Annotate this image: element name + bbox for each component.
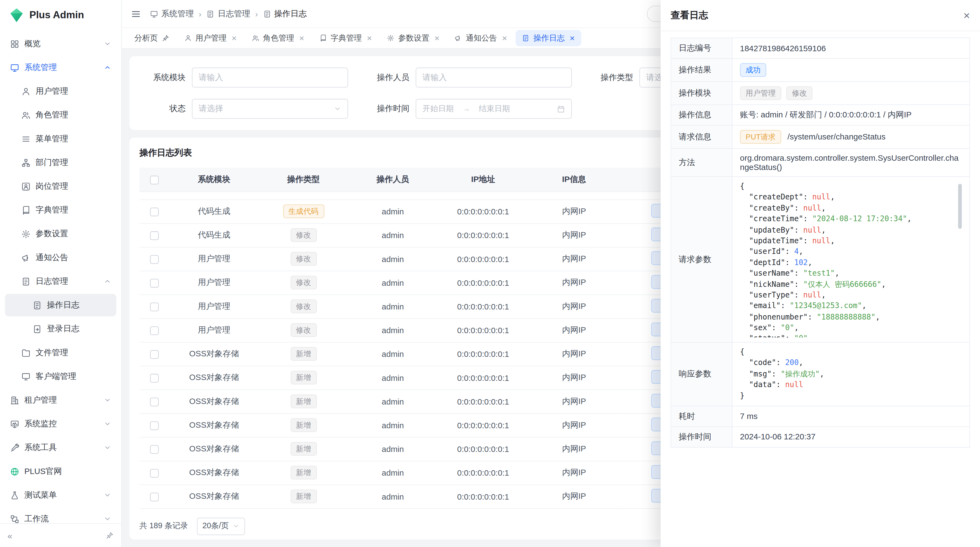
table-row[interactable]: 用户管理修改admin0:0:0:0:0:0:0:1内网IP: [139, 318, 712, 342]
hamburger-menu-icon[interactable]: [130, 8, 141, 19]
close-tab-icon[interactable]: ×: [502, 34, 507, 43]
sidebar-item-overview[interactable]: 概览: [5, 32, 116, 55]
row-checkbox[interactable]: [150, 350, 159, 359]
breadcrumb-item-log-management[interactable]: 日志管理: [206, 8, 250, 19]
filter-field-operation-time: 操作时间开始日期→结束日期: [363, 99, 572, 119]
chevron-down-icon: [334, 105, 341, 113]
sidebar-item-user-management[interactable]: 用户管理: [5, 80, 116, 103]
filter-select-status[interactable]: 请选择: [192, 99, 348, 119]
detail-row-9: 操作时间2024-10-06 12:20:37: [671, 427, 970, 447]
row-checkbox[interactable]: [150, 302, 159, 311]
row-checkbox[interactable]: [150, 326, 159, 335]
sidebar-item-menu-management[interactable]: 菜单管理: [5, 128, 116, 150]
table-row[interactable]: 代码生成修改admin0:0:0:0:0:0:0:1内网IP: [139, 223, 712, 247]
row-checkbox[interactable]: [150, 493, 159, 501]
tab-notice[interactable]: 通知公告×: [449, 30, 514, 46]
breadcrumb-item-operation-log[interactable]: 操作日志: [263, 8, 307, 19]
close-tab-icon[interactable]: ×: [299, 34, 304, 43]
detail-text: 7 ms: [740, 411, 757, 421]
breadcrumb-label: 日志管理: [218, 8, 250, 19]
table-body: 代码生成生成代码admin0:0:0:0:0:0:0:1内网IP代码生成修改ad…: [139, 191, 712, 508]
sidebar-item-role-management[interactable]: 角色管理: [5, 104, 116, 126]
sidebar-item-login-log[interactable]: 登录日志: [5, 317, 116, 340]
row-checkbox[interactable]: [150, 374, 159, 383]
table-row[interactable]: 代码生成生成代码admin0:0:0:0:0:0:0:1内网IP: [139, 199, 712, 223]
tab-param-settings[interactable]: 参数设置×: [380, 30, 445, 46]
sidebar-item-workflow[interactable]: 工作流: [5, 507, 116, 523]
cell-ip-info: 内网IP: [529, 485, 619, 508]
tab-operation-log[interactable]: 操作日志×: [516, 30, 581, 46]
filter-daterange-operation-time[interactable]: 开始日期→结束日期: [416, 99, 572, 119]
sidebar-item-operation-log[interactable]: 操作日志: [5, 294, 116, 317]
close-icon[interactable]: ×: [963, 10, 970, 21]
sidebar-item-system-management[interactable]: 系统管理: [5, 56, 116, 79]
row-checkbox[interactable]: [150, 421, 159, 430]
sidebar-item-notice[interactable]: 通知公告: [5, 246, 116, 269]
table-row[interactable]: OSS对象存储新增admin0:0:0:0:0:0:0:1内网IP: [139, 485, 712, 508]
sidebar-item-client-management[interactable]: 客户端管理: [5, 365, 116, 388]
operation-type-badge: 修改: [290, 276, 316, 289]
sidebar-item-post-management[interactable]: 岗位管理: [5, 175, 116, 198]
table-row[interactable]: OSS对象存储新增admin0:0:0:0:0:0:0:1内网IP: [139, 413, 712, 437]
close-tab-icon[interactable]: ×: [367, 34, 372, 43]
row-checkbox[interactable]: [150, 231, 159, 240]
app-root: Plus Admin 概览系统管理用户管理角色管理菜单管理部门管理岗位管理字典管…: [0, 0, 980, 547]
scrollbar-thumb[interactable]: [958, 184, 962, 229]
sidebar-item-plus-website[interactable]: PLUS官网: [5, 460, 116, 483]
tab-dict-management[interactable]: 字典管理×: [313, 30, 378, 46]
row-checkbox[interactable]: [150, 207, 159, 216]
sidebar-item-dept-management[interactable]: 部门管理: [5, 151, 116, 174]
row-checkbox[interactable]: [150, 397, 159, 406]
table-row[interactable]: OSS对象存储新增admin0:0:0:0:0:0:0:1内网IP: [139, 461, 712, 484]
sidebar-item-system-monitor[interactable]: 系统监控: [5, 413, 116, 435]
sidebar-item-dict-management[interactable]: 字典管理: [5, 199, 116, 222]
detail-value: PUT请求/system/user/changeStatus: [732, 125, 970, 148]
table-row[interactable]: 用户管理修改admin0:0:0:0:0:0:0:1内网IP: [139, 295, 712, 318]
cell-type: 新增: [259, 461, 348, 484]
cell-type: 修改: [259, 318, 348, 342]
pin-sidebar-icon[interactable]: [106, 531, 114, 540]
chevron-down-icon: [104, 444, 111, 451]
sidebar-item-test-menu[interactable]: 测试菜单: [5, 484, 116, 506]
operlog-icon: [263, 10, 271, 18]
cell-ip: 0:0:0:0:0:0:0:1: [438, 485, 529, 508]
table-row[interactable]: 用户管理修改admin0:0:0:0:0:0:0:1内网IP: [139, 247, 712, 271]
sidebar-item-system-tools[interactable]: 系统工具: [5, 436, 116, 459]
tab-analysis-page[interactable]: 分析页: [128, 30, 175, 46]
cell-operator: admin: [348, 389, 438, 413]
app-logo[interactable]: Plus Admin: [0, 0, 121, 30]
row-checkbox[interactable]: [150, 469, 159, 478]
row-checkbox[interactable]: [150, 255, 159, 264]
cell-ip: 0:0:0:0:0:0:0:1: [438, 295, 529, 318]
page-size-select[interactable]: 20条/页: [197, 517, 245, 535]
tab-user-management[interactable]: 用户管理×: [178, 30, 243, 46]
sidebar-item-label: 测试菜单: [24, 490, 104, 501]
filter-input-operator[interactable]: 请输入: [416, 67, 572, 88]
select-all-checkbox[interactable]: [150, 175, 159, 184]
cell-checkbox: [139, 485, 169, 508]
table-row[interactable]: 用户管理修改admin0:0:0:0:0:0:0:1内网IP: [139, 271, 712, 295]
filter-input-system-module[interactable]: 请输入: [192, 67, 348, 88]
table-row[interactable]: OSS对象存储新增admin0:0:0:0:0:0:0:1内网IP: [139, 437, 712, 461]
close-tab-icon[interactable]: ×: [434, 34, 440, 43]
row-checkbox[interactable]: [150, 279, 159, 287]
detail-text: 账号: admin / 研发部门 / 0:0:0:0:0:0:0:1 / 内网I…: [740, 110, 912, 119]
chevron-down-icon: [104, 396, 111, 404]
filter-label-operator: 操作人员: [363, 72, 409, 83]
sidebar-item-log-management[interactable]: 日志管理: [5, 270, 116, 293]
calendar-icon: [557, 105, 565, 113]
sidebar-item-file-management[interactable]: 文件管理: [5, 341, 116, 364]
sidebar-item-tenant-management[interactable]: 租户管理: [5, 389, 116, 411]
cell-operator: admin: [348, 318, 438, 342]
table-row[interactable]: OSS对象存储新增admin0:0:0:0:0:0:0:1内网IP: [139, 389, 712, 413]
tab-role-management[interactable]: 角色管理×: [245, 30, 310, 46]
close-tab-icon[interactable]: ×: [232, 34, 237, 43]
collapse-sidebar-icon[interactable]: «: [8, 531, 13, 540]
table-row[interactable]: OSS对象存储新增admin0:0:0:0:0:0:0:1内网IP: [139, 342, 712, 365]
row-checkbox[interactable]: [150, 445, 159, 454]
close-tab-icon[interactable]: ×: [570, 34, 575, 43]
breadcrumb-item-system-management[interactable]: 系统管理: [150, 8, 194, 19]
sidebar-item-param-settings[interactable]: 参数设置: [5, 223, 116, 245]
table-row[interactable]: OSS对象存储新增admin0:0:0:0:0:0:0:1内网IP: [139, 366, 712, 389]
cell-type: 修改: [259, 247, 348, 271]
